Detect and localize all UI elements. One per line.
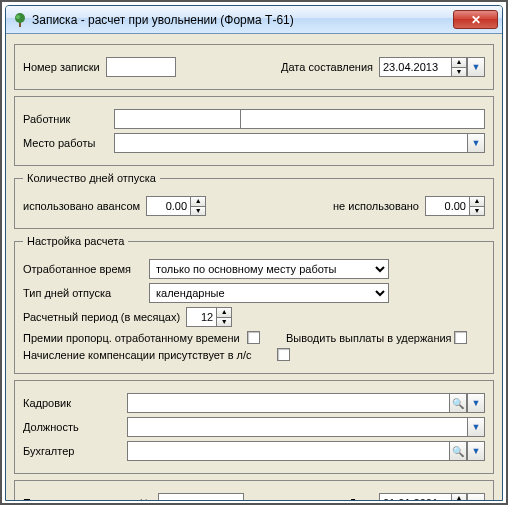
window-title: Записка - расчет при увольнении (Форма Т… bbox=[32, 13, 453, 27]
period-field[interactable]: ▲ ▼ bbox=[186, 307, 232, 327]
worker-input[interactable] bbox=[114, 109, 259, 129]
hr-input[interactable] bbox=[127, 393, 449, 413]
spinner-up-icon[interactable]: ▲ bbox=[469, 196, 485, 206]
payroll-number-label: Платежная ведомость № bbox=[23, 497, 152, 501]
date-up-icon[interactable]: ▲ bbox=[451, 493, 467, 501]
day-type-label: Тип дней отпуска bbox=[23, 287, 143, 299]
footer-date-field[interactable]: ▲ ▼ ▼ bbox=[379, 493, 485, 501]
panel-signatories: Кадровик 🔍 ▼ Должность ▼ Бухгалтер 🔍 bbox=[14, 380, 494, 474]
panel-employee: Работник 🔍 ▼ Место работы ▼ bbox=[14, 96, 494, 166]
unused-label: не использовано bbox=[333, 200, 419, 212]
dialog-window: Записка - расчет при увольнении (Форма Т… bbox=[5, 5, 503, 501]
position-input[interactable] bbox=[127, 417, 467, 437]
close-icon: ✕ bbox=[471, 13, 481, 27]
note-number-input[interactable] bbox=[106, 57, 176, 77]
worker-label: Работник bbox=[23, 113, 108, 125]
advance-used-label: использовано авансом bbox=[23, 200, 140, 212]
svg-point-2 bbox=[16, 15, 20, 19]
unused-input[interactable] bbox=[425, 196, 469, 216]
workplace-input[interactable] bbox=[114, 133, 467, 153]
date-dropdown-icon[interactable]: ▼ bbox=[467, 57, 485, 77]
advance-used-input[interactable] bbox=[146, 196, 190, 216]
accountant-dropdown-icon[interactable]: ▼ bbox=[467, 441, 485, 461]
spinner-down-icon[interactable]: ▼ bbox=[190, 206, 206, 216]
worked-time-select[interactable]: только по основному месту работы bbox=[149, 259, 389, 279]
compose-date-input[interactable] bbox=[379, 57, 451, 77]
hr-search-icon[interactable]: 🔍 bbox=[449, 393, 467, 413]
period-label: Расчетный период (в месяцах) bbox=[23, 311, 180, 323]
date-down-icon[interactable]: ▼ bbox=[451, 67, 467, 77]
spinner-up-icon[interactable]: ▲ bbox=[216, 307, 232, 317]
period-input[interactable] bbox=[186, 307, 216, 327]
unused-field[interactable]: ▲ ▼ bbox=[425, 196, 485, 216]
accountant-label: Бухгалтер bbox=[23, 445, 121, 457]
premium-prop-checkbox[interactable] bbox=[247, 331, 260, 344]
panel-header: Номер записки Дата составления ▲ ▼ ▼ bbox=[14, 44, 494, 90]
date-dropdown-icon[interactable]: ▼ bbox=[467, 493, 485, 501]
compensation-present-checkbox[interactable] bbox=[277, 348, 290, 361]
payroll-number-input[interactable] bbox=[158, 493, 244, 501]
hr-label: Кадровик bbox=[23, 397, 121, 409]
note-number-label: Номер записки bbox=[23, 61, 100, 73]
worker-detail-input[interactable] bbox=[240, 109, 485, 129]
premium-prop-label: Премии пропорц. отработанному времени bbox=[23, 332, 241, 344]
footer-date-input[interactable] bbox=[379, 493, 451, 501]
panel-footer: Платежная ведомость № Дата ▲ ▼ ▼ Выполни… bbox=[14, 480, 494, 501]
date-up-icon[interactable]: ▲ bbox=[451, 57, 467, 67]
footer-date-label: Дата bbox=[349, 497, 373, 501]
close-button[interactable]: ✕ bbox=[453, 10, 498, 29]
advance-used-field[interactable]: ▲ ▼ bbox=[146, 196, 206, 216]
workplace-dropdown-icon[interactable]: ▼ bbox=[467, 133, 485, 153]
position-dropdown-icon[interactable]: ▼ bbox=[467, 417, 485, 437]
compose-date-label: Дата составления bbox=[281, 61, 373, 73]
accountant-input[interactable] bbox=[127, 441, 449, 461]
spinner-down-icon[interactable]: ▼ bbox=[469, 206, 485, 216]
hr-dropdown-icon[interactable]: ▼ bbox=[467, 393, 485, 413]
deduction-output-label: Выводить выплаты в удержания bbox=[286, 332, 448, 344]
accountant-search-icon[interactable]: 🔍 bbox=[449, 441, 467, 461]
spinner-down-icon[interactable]: ▼ bbox=[216, 317, 232, 327]
deduction-output-checkbox[interactable] bbox=[454, 331, 467, 344]
compose-date-field[interactable]: ▲ ▼ ▼ bbox=[379, 57, 485, 77]
worked-time-label: Отработанное время bbox=[23, 263, 143, 275]
workplace-label: Место работы bbox=[23, 137, 108, 149]
compensation-present-label: Начисление компенсации присутствует в л/… bbox=[23, 349, 271, 361]
spinner-up-icon[interactable]: ▲ bbox=[190, 196, 206, 206]
group-vacation-days: Количество дней отпуска использовано ава… bbox=[14, 172, 494, 229]
app-icon bbox=[12, 12, 28, 28]
vacation-legend: Количество дней отпуска bbox=[23, 172, 160, 184]
calc-legend: Настройка расчета bbox=[23, 235, 128, 247]
titlebar: Записка - расчет при увольнении (Форма Т… bbox=[6, 6, 502, 34]
position-label: Должность bbox=[23, 421, 121, 433]
day-type-select[interactable]: календарные bbox=[149, 283, 389, 303]
group-calc-settings: Настройка расчета Отработанное время тол… bbox=[14, 235, 494, 374]
